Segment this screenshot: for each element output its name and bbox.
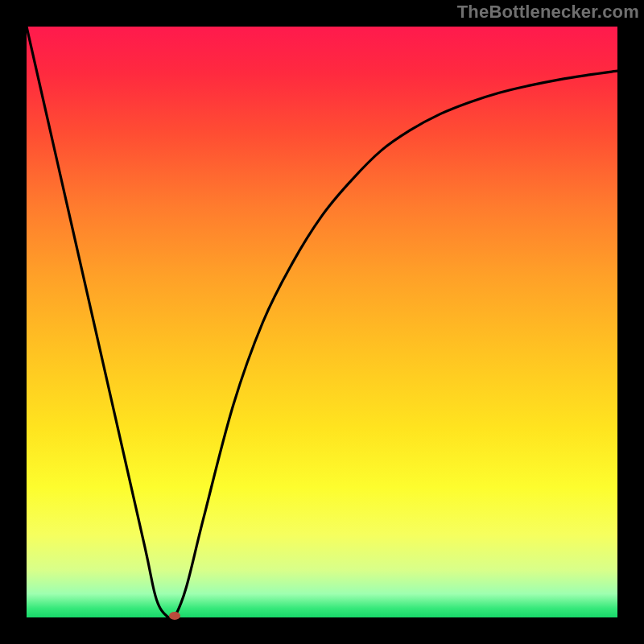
chart-frame: TheBottlenecker.com [0, 0, 644, 644]
optimal-point-marker [169, 612, 180, 620]
bottleneck-curve [27, 27, 617, 617]
watermark-text: TheBottlenecker.com [457, 2, 639, 23]
plot-area [27, 27, 617, 617]
